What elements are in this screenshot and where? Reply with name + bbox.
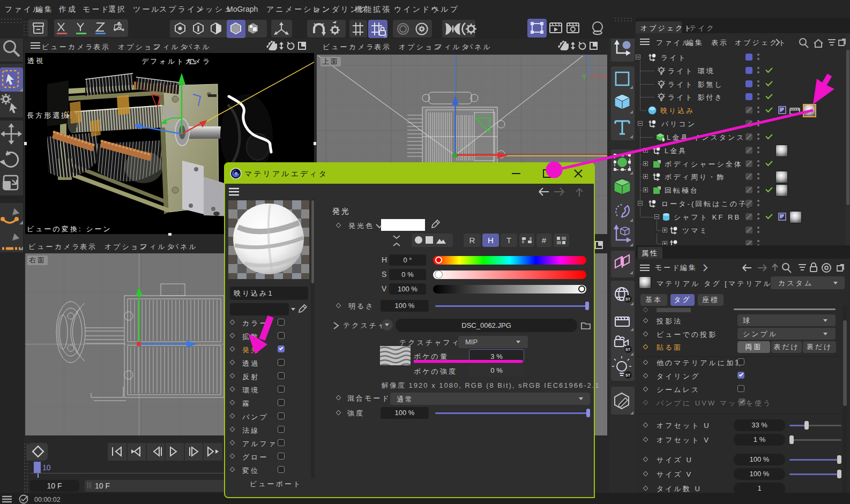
svg-text:ST: ST bbox=[625, 297, 631, 301]
svg-text:X: X bbox=[602, 73, 606, 81]
svg-text:ST: ST bbox=[625, 348, 631, 351]
svg-text:Y: Y bbox=[582, 73, 586, 81]
svg-text:ST: ST bbox=[625, 373, 631, 377]
svg-text:Z: Z bbox=[585, 55, 589, 62]
svg-text:st: st bbox=[661, 82, 663, 86]
svg-text:st: st bbox=[661, 69, 663, 72]
svg-text:st: st bbox=[661, 95, 663, 99]
